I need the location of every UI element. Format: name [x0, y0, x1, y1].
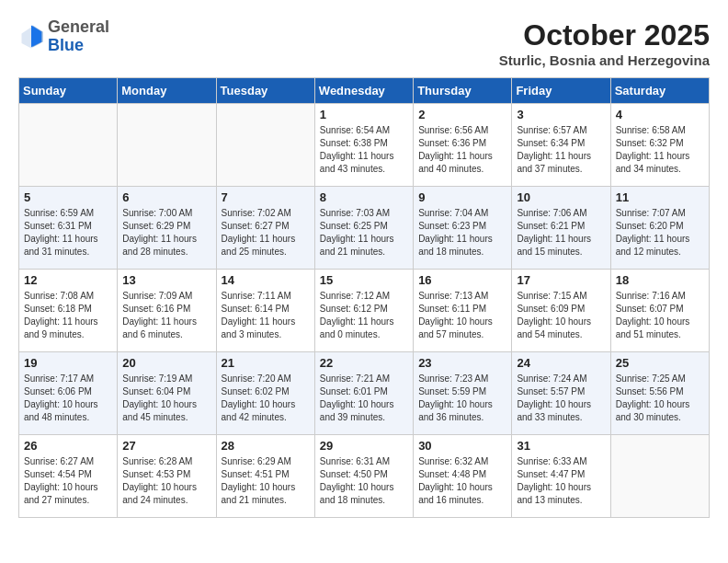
- day-number: 12: [24, 273, 112, 287]
- calendar-cell: 15Sunrise: 7:12 AM Sunset: 6:12 PM Dayli…: [314, 270, 413, 352]
- day-header-wednesday: Wednesday: [314, 78, 413, 104]
- calendar-cell: 20Sunrise: 7:19 AM Sunset: 6:04 PM Dayli…: [118, 352, 216, 435]
- month-year-title: October 2025: [499, 18, 710, 52]
- calendar-cell: [118, 104, 216, 187]
- day-info: Sunrise: 7:00 AM Sunset: 6:29 PM Dayligh…: [122, 207, 210, 259]
- day-info: Sunrise: 7:07 AM Sunset: 6:20 PM Dayligh…: [616, 207, 704, 259]
- day-info: Sunrise: 6:57 AM Sunset: 6:34 PM Dayligh…: [517, 124, 605, 176]
- day-info: Sunrise: 7:16 AM Sunset: 6:07 PM Dayligh…: [616, 290, 704, 341]
- calendar-cell: 8Sunrise: 7:03 AM Sunset: 6:25 PM Daylig…: [314, 187, 413, 270]
- location-subtitle: Sturlic, Bosnia and Herzegovina: [499, 52, 710, 68]
- calendar-cell: 29Sunrise: 6:31 AM Sunset: 4:50 PM Dayli…: [314, 435, 413, 518]
- day-header-tuesday: Tuesday: [216, 78, 314, 104]
- logo-blue-text: Blue: [48, 36, 84, 54]
- calendar-cell: 1Sunrise: 6:54 AM Sunset: 6:38 PM Daylig…: [314, 104, 413, 187]
- day-header-thursday: Thursday: [414, 78, 512, 104]
- calendar-cell: 24Sunrise: 7:24 AM Sunset: 5:57 PM Dayli…: [512, 352, 610, 435]
- day-info: Sunrise: 7:12 AM Sunset: 6:12 PM Dayligh…: [320, 290, 408, 341]
- day-info: Sunrise: 6:31 AM Sunset: 4:50 PM Dayligh…: [320, 455, 408, 507]
- day-info: Sunrise: 7:17 AM Sunset: 6:06 PM Dayligh…: [24, 373, 112, 424]
- day-number: 8: [320, 190, 408, 204]
- day-info: Sunrise: 7:04 AM Sunset: 6:23 PM Dayligh…: [418, 207, 506, 259]
- day-info: Sunrise: 7:11 AM Sunset: 6:14 PM Dayligh…: [222, 290, 310, 341]
- calendar-week-row: 26Sunrise: 6:27 AM Sunset: 4:54 PM Dayli…: [19, 435, 710, 518]
- calendar-body: 1Sunrise: 6:54 AM Sunset: 6:38 PM Daylig…: [19, 104, 710, 518]
- day-number: 2: [418, 108, 506, 121]
- day-number: 1: [320, 108, 408, 121]
- day-number: 21: [222, 356, 310, 370]
- day-number: 14: [222, 273, 310, 287]
- calendar-cell: 11Sunrise: 7:07 AM Sunset: 6:20 PM Dayli…: [610, 187, 709, 270]
- calendar-cell: 28Sunrise: 6:29 AM Sunset: 4:51 PM Dayli…: [216, 435, 314, 518]
- calendar-cell: 2Sunrise: 6:56 AM Sunset: 6:36 PM Daylig…: [414, 104, 512, 187]
- calendar-cell: 9Sunrise: 7:04 AM Sunset: 6:23 PM Daylig…: [414, 187, 512, 270]
- day-info: Sunrise: 7:20 AM Sunset: 6:02 PM Dayligh…: [222, 373, 310, 424]
- day-number: 10: [517, 190, 605, 204]
- day-info: Sunrise: 7:06 AM Sunset: 6:21 PM Dayligh…: [517, 207, 605, 259]
- calendar-cell: 30Sunrise: 6:32 AM Sunset: 4:48 PM Dayli…: [414, 435, 512, 518]
- day-info: Sunrise: 6:58 AM Sunset: 6:32 PM Dayligh…: [616, 124, 704, 176]
- calendar-cell: 16Sunrise: 7:13 AM Sunset: 6:11 PM Dayli…: [414, 270, 512, 352]
- calendar-cell: 21Sunrise: 7:20 AM Sunset: 6:02 PM Dayli…: [216, 352, 314, 435]
- day-info: Sunrise: 7:15 AM Sunset: 6:09 PM Dayligh…: [517, 290, 605, 341]
- logo-text: General Blue: [48, 18, 109, 55]
- day-header-sunday: Sunday: [19, 78, 118, 104]
- title-block: October 2025 Sturlic, Bosnia and Herzego…: [499, 18, 710, 68]
- calendar-header: SundayMondayTuesdayWednesdayThursdayFrid…: [19, 78, 710, 104]
- calendar-week-row: 19Sunrise: 7:17 AM Sunset: 6:06 PM Dayli…: [19, 352, 710, 435]
- calendar-cell: 4Sunrise: 6:58 AM Sunset: 6:32 PM Daylig…: [610, 104, 709, 187]
- day-number: 20: [122, 356, 210, 370]
- day-number: 19: [24, 356, 112, 370]
- day-number: 11: [616, 190, 704, 204]
- day-info: Sunrise: 7:03 AM Sunset: 6:25 PM Dayligh…: [320, 207, 408, 259]
- day-info: Sunrise: 7:02 AM Sunset: 6:27 PM Dayligh…: [222, 207, 310, 259]
- logo: General Blue: [18, 18, 109, 55]
- day-number: 6: [122, 190, 210, 204]
- calendar-cell: 26Sunrise: 6:27 AM Sunset: 4:54 PM Dayli…: [19, 435, 118, 518]
- day-number: 17: [517, 273, 605, 287]
- day-header-friday: Friday: [512, 78, 610, 104]
- day-number: 9: [418, 190, 506, 204]
- calendar-cell: 17Sunrise: 7:15 AM Sunset: 6:09 PM Dayli…: [512, 270, 610, 352]
- day-info: Sunrise: 7:25 AM Sunset: 5:56 PM Dayligh…: [616, 373, 704, 424]
- day-header-saturday: Saturday: [610, 78, 709, 104]
- day-number: 28: [222, 439, 310, 453]
- day-number: 23: [418, 356, 506, 370]
- calendar-cell: 22Sunrise: 7:21 AM Sunset: 6:01 PM Dayli…: [314, 352, 413, 435]
- day-info: Sunrise: 7:08 AM Sunset: 6:18 PM Dayligh…: [24, 290, 112, 341]
- day-info: Sunrise: 6:28 AM Sunset: 4:53 PM Dayligh…: [122, 455, 210, 507]
- day-number: 31: [517, 439, 605, 453]
- day-header-monday: Monday: [118, 78, 216, 104]
- day-info: Sunrise: 7:24 AM Sunset: 5:57 PM Dayligh…: [517, 373, 605, 424]
- day-number: 30: [418, 439, 506, 453]
- day-info: Sunrise: 6:32 AM Sunset: 4:48 PM Dayligh…: [418, 455, 506, 507]
- svg-marker-2: [31, 25, 41, 47]
- logo-general-text: General: [48, 17, 109, 36]
- day-number: 22: [320, 356, 408, 370]
- day-number: 5: [24, 190, 112, 204]
- calendar-cell: [19, 104, 118, 187]
- calendar-cell: 7Sunrise: 7:02 AM Sunset: 6:27 PM Daylig…: [216, 187, 314, 270]
- day-number: 16: [418, 273, 506, 287]
- calendar-cell: 31Sunrise: 6:33 AM Sunset: 4:47 PM Dayli…: [512, 435, 610, 518]
- calendar-cell: 12Sunrise: 7:08 AM Sunset: 6:18 PM Dayli…: [19, 270, 118, 352]
- calendar-cell: 6Sunrise: 7:00 AM Sunset: 6:29 PM Daylig…: [118, 187, 216, 270]
- day-info: Sunrise: 7:19 AM Sunset: 6:04 PM Dayligh…: [122, 373, 210, 424]
- day-number: 15: [320, 273, 408, 287]
- calendar-cell: 18Sunrise: 7:16 AM Sunset: 6:07 PM Dayli…: [610, 270, 709, 352]
- calendar-table: SundayMondayTuesdayWednesdayThursdayFrid…: [18, 77, 710, 518]
- calendar-week-row: 12Sunrise: 7:08 AM Sunset: 6:18 PM Dayli…: [19, 270, 710, 352]
- logo-icon: [18, 24, 44, 50]
- calendar-cell: [610, 435, 709, 518]
- day-number: 24: [517, 356, 605, 370]
- day-info: Sunrise: 7:23 AM Sunset: 5:59 PM Dayligh…: [418, 373, 506, 424]
- calendar-cell: [216, 104, 314, 187]
- day-headers-row: SundayMondayTuesdayWednesdayThursdayFrid…: [19, 78, 710, 104]
- calendar-cell: 23Sunrise: 7:23 AM Sunset: 5:59 PM Dayli…: [414, 352, 512, 435]
- day-info: Sunrise: 7:21 AM Sunset: 6:01 PM Dayligh…: [320, 373, 408, 424]
- calendar-week-row: 1Sunrise: 6:54 AM Sunset: 6:38 PM Daylig…: [19, 104, 710, 187]
- day-number: 4: [616, 108, 704, 121]
- day-info: Sunrise: 7:09 AM Sunset: 6:16 PM Dayligh…: [122, 290, 210, 341]
- day-number: 13: [122, 273, 210, 287]
- calendar-cell: 10Sunrise: 7:06 AM Sunset: 6:21 PM Dayli…: [512, 187, 610, 270]
